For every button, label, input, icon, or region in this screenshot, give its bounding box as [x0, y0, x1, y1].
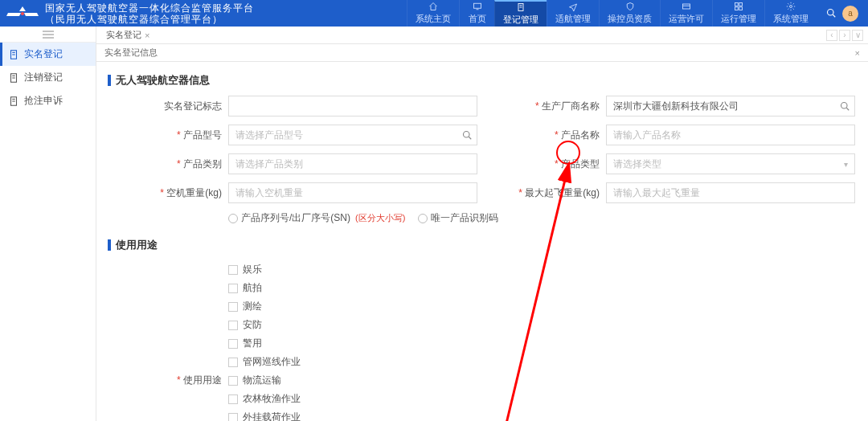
- svg-rect-8: [735, 3, 739, 6]
- chevron-down-icon: ▾: [844, 160, 848, 169]
- card-icon: [682, 2, 691, 11]
- app-title-line1: 国家无人驾驶航空器一体化综合监管服务平台: [45, 2, 254, 14]
- svg-rect-11: [739, 7, 743, 10]
- checkbox[interactable]: [228, 265, 238, 275]
- svg-point-12: [790, 6, 792, 8]
- svg-rect-10: [735, 7, 739, 10]
- usage-item-2[interactable]: 测绘: [228, 297, 857, 316]
- label-manufacturer: 生产厂商名称: [510, 100, 606, 113]
- usage-item-0[interactable]: 娱乐: [228, 260, 857, 279]
- svg-rect-9: [739, 3, 743, 6]
- svg-point-0: [21, 12, 24, 15]
- svg-rect-6: [683, 4, 690, 9]
- checkbox[interactable]: [228, 358, 238, 367]
- product-model-search-button[interactable]: [457, 125, 477, 145]
- svg-point-30: [463, 132, 469, 138]
- tabs-row: 实名登记 × ‹ › ∨: [96, 27, 868, 44]
- close-icon[interactable]: ×: [855, 48, 860, 58]
- nav-item-3[interactable]: 适航管理: [547, 0, 599, 27]
- tab-next-button[interactable]: ›: [839, 30, 850, 41]
- label-product-model: 产品型号: [132, 129, 228, 142]
- checkbox[interactable]: [228, 302, 238, 312]
- logo-icon: [6, 5, 39, 22]
- usage-item-6[interactable]: 物流运输: [228, 371, 857, 390]
- sidebar-toggle[interactable]: [0, 27, 96, 43]
- input-reg-mark[interactable]: [228, 96, 477, 116]
- label-product-name: 产品名称: [510, 129, 606, 142]
- label-usage: 使用用途: [132, 374, 228, 387]
- radio-sn[interactable]: 产品序列号/出厂序号(SN) (区分大小写): [228, 211, 407, 225]
- close-icon[interactable]: ×: [145, 31, 149, 40]
- search-icon[interactable]: [826, 8, 836, 18]
- manufacturer-search-button[interactable]: [834, 96, 855, 116]
- input-max-takeoff[interactable]: [606, 182, 855, 203]
- monitor-icon: [473, 2, 482, 11]
- svg-point-13: [828, 9, 834, 15]
- nav-item-1[interactable]: 首页: [459, 0, 494, 27]
- label-product-type: 产品类型: [510, 157, 606, 171]
- device-form: 实名登记标志 生产厂商名称 深圳市大疆创新科技有限公司 产品型号 请选择产: [132, 96, 857, 225]
- tabs-nav-controls: ‹ › ∨: [826, 30, 863, 41]
- svg-point-28: [841, 103, 847, 109]
- home-icon: [428, 2, 438, 11]
- select-product-model[interactable]: 请选择产品型号: [228, 125, 457, 145]
- avatar-initial: a: [848, 9, 853, 18]
- checkbox[interactable]: [228, 321, 238, 330]
- nav-item-2[interactable]: 登记管理: [494, 0, 547, 27]
- sn-radio-row: 产品序列号/出厂序号(SN) (区分大小写) 唯一产品识别码: [228, 211, 855, 225]
- usage-item-1[interactable]: 航拍: [228, 279, 857, 297]
- svg-line-14: [833, 14, 835, 17]
- nav-item-0[interactable]: 系统主页: [407, 0, 459, 27]
- sidebar-item-0[interactable]: 实名登记: [0, 43, 96, 66]
- sub-tabs-row: 实名登记信息 ×: [96, 44, 868, 62]
- sidebar-item-2[interactable]: 抢注申诉: [0, 89, 96, 112]
- nav-item-5[interactable]: 运营许可: [660, 0, 712, 27]
- select-product-type[interactable]: 请选择类型 ▾: [606, 153, 855, 174]
- app-title-line2: （民用无人驾驶航空器综合管理平台）: [45, 14, 254, 25]
- usage-item-8[interactable]: 外挂载荷作业: [228, 408, 857, 421]
- svg-line-29: [846, 108, 849, 110]
- usage-list: 娱乐航拍测绘安防警用管网巡线作业物流运输农林牧渔作业外挂载荷作业降水融雪作业应急…: [228, 260, 857, 421]
- main-area: 实名登记 × ‹ › ∨ 实名登记信息 × 无人驾驶航空器: [96, 27, 868, 421]
- tab-prev-button[interactable]: ‹: [826, 30, 837, 41]
- sidebar: 实名登记注销登记抢注申诉: [0, 27, 96, 421]
- tab-label: 实名登记: [106, 29, 141, 41]
- nav-item-6[interactable]: 运行管理: [712, 0, 764, 27]
- usage-item-4[interactable]: 警用: [228, 334, 857, 353]
- sidebar-item-1[interactable]: 注销登记: [0, 66, 96, 89]
- nav-item-7[interactable]: 系统管理: [764, 0, 817, 27]
- checkbox[interactable]: [228, 284, 238, 293]
- shield-icon: [625, 2, 635, 11]
- checkbox[interactable]: [228, 394, 238, 404]
- header-right: a: [817, 6, 868, 22]
- svg-line-31: [469, 137, 471, 139]
- avatar[interactable]: a: [842, 6, 858, 22]
- form-content: 无人驾驶航空器信息 实名登记标志 生产厂商名称 深圳市大疆创新科技有限公司: [96, 62, 868, 421]
- doc-icon: [8, 72, 19, 84]
- usage-item-3[interactable]: 安防: [228, 316, 857, 334]
- app-title: 国家无人驾驶航空器一体化综合监管服务平台 （民用无人驾驶航空器综合管理平台）: [45, 2, 254, 25]
- tab-realname[interactable]: 实名登记 ×: [101, 27, 154, 43]
- top-nav: 系统主页首页登记管理适航管理操控员资质运营许可运行管理系统管理: [407, 0, 817, 27]
- section-title-device: 无人驾驶航空器信息: [108, 73, 857, 88]
- svg-rect-1: [473, 3, 481, 8]
- label-product-category: 产品类别: [132, 157, 228, 171]
- gear-icon: [786, 2, 796, 11]
- section-title-usage: 使用用途: [108, 238, 857, 252]
- nav-item-4[interactable]: 操控员资质: [599, 0, 660, 27]
- radio-unique-id[interactable]: 唯一产品识别码: [418, 211, 498, 225]
- checkbox[interactable]: [228, 376, 238, 386]
- checkbox[interactable]: [228, 413, 238, 422]
- subbar-title: 实名登记信息: [104, 47, 158, 59]
- label-max-takeoff: 最大起飞重量(kg): [510, 186, 606, 200]
- input-empty-weight[interactable]: [228, 182, 477, 203]
- usage-form: 使用用途 娱乐航拍测绘安防警用管网巡线作业物流运输农林牧渔作业外挂载荷作业降水融…: [132, 260, 857, 421]
- label-empty-weight: 空机重量(kg): [132, 186, 228, 200]
- select-product-category[interactable]: 请选择产品类别: [228, 153, 477, 174]
- input-manufacturer[interactable]: 深圳市大疆创新科技有限公司: [606, 96, 834, 116]
- input-product-name[interactable]: [606, 125, 855, 145]
- tab-menu-button[interactable]: ∨: [852, 30, 863, 41]
- usage-item-5[interactable]: 管网巡线作业: [228, 353, 857, 371]
- usage-item-7[interactable]: 农林牧渔作业: [228, 390, 857, 408]
- checkbox[interactable]: [228, 339, 238, 349]
